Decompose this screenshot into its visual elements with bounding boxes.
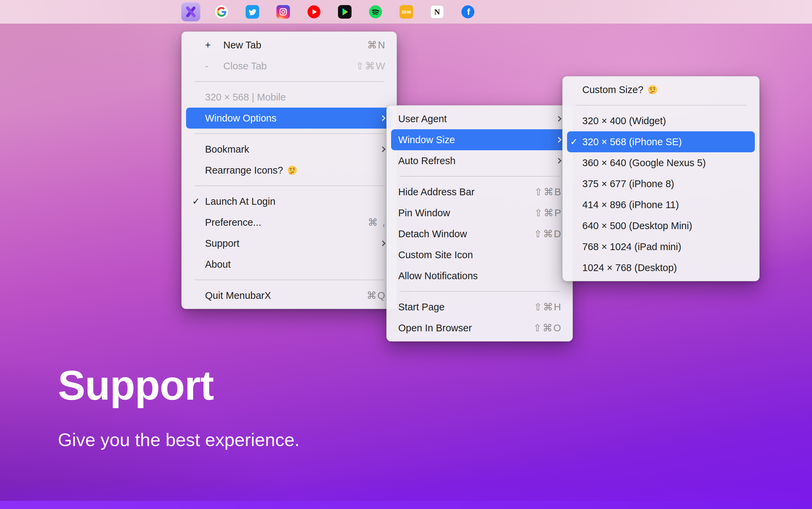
- menu-item-label: 320 × 568 (iPhone SE): [582, 136, 682, 148]
- menubar-app-youtube[interactable]: [304, 2, 323, 21]
- menu-item-label: Window Size: [398, 134, 455, 146]
- close-tab-minus: -: [205, 61, 223, 72]
- menu-item-label: 320 × 400 (Widget): [582, 115, 666, 127]
- menu-item-label: Support: [205, 238, 240, 249]
- shortcut-label: ⇧⌘W: [356, 60, 386, 72]
- menu-item-rearrange-icons[interactable]: Rearrange Icons?: [186, 160, 392, 181]
- menu-item-about[interactable]: About: [186, 254, 392, 275]
- shortcut-label: ⇧⌘H: [534, 301, 562, 313]
- menu-item-size-360x640[interactable]: 360 × 640 (Google Nexus 5): [567, 152, 755, 173]
- menu-item-size-414x896[interactable]: 414 × 896 (iPhone 11): [567, 194, 755, 215]
- menu-item-preference[interactable]: Preference... ⌘ ,: [186, 212, 392, 233]
- menu-item-launch-at-login[interactable]: ✓ Launch At Login: [186, 191, 392, 212]
- menu-item-label: Pin Window: [398, 207, 450, 219]
- shortcut-label: ⇧⌘B: [534, 186, 562, 198]
- menu-item-allow-notifications[interactable]: Allow Notifications: [391, 265, 568, 286]
- submenu-chevron-icon: [556, 158, 562, 164]
- menu-item-custom-site-icon[interactable]: Custom Site Icon: [391, 244, 568, 265]
- menu-item-label: Window Options: [205, 113, 276, 124]
- menu-item-label: 414 × 896 (iPhone 11): [582, 199, 679, 211]
- submenu-chevron-icon: [556, 116, 562, 122]
- menu-item-detach-window[interactable]: Detach Window ⇧⌘D: [391, 223, 568, 244]
- wallpaper-bottom-band: [0, 501, 812, 509]
- menu-item-open-in-browser[interactable]: Open In Browser ⇧⌘O: [391, 317, 568, 338]
- menu-item-quit-menubarx[interactable]: Quit MenubarX ⌘Q: [186, 285, 392, 306]
- menubar-app-menubarx[interactable]: [181, 2, 200, 21]
- shortcut-label: ⇧⌘P: [534, 207, 562, 219]
- submenu-chevron-icon: [380, 147, 386, 152]
- menu-item-label: Bookmark: [205, 144, 249, 155]
- menu-item-label: Start Page: [398, 302, 445, 313]
- checkmark-icon: ✓: [567, 136, 582, 147]
- menu-separator: [195, 185, 384, 186]
- menu-item-new-tab[interactable]: + New Tab ⌘N: [186, 35, 392, 56]
- menu-item-label: User Agent: [398, 113, 447, 125]
- menu-separator: [400, 291, 560, 292]
- menu-item-custom-size[interactable]: Custom Size?: [567, 79, 755, 100]
- menu-item-size-320x568[interactable]: ✓ 320 × 568 (iPhone SE): [567, 131, 755, 152]
- svg-text:2048: 2048: [402, 10, 411, 15]
- menu-item-label: Custom Size?: [582, 84, 644, 95]
- youtube-icon: [307, 5, 321, 19]
- menubar-app-google-play[interactable]: [335, 2, 354, 21]
- menu-item-label: About: [205, 259, 231, 270]
- menu-separator: [195, 81, 384, 82]
- menu-item-label: Detach Window: [398, 228, 467, 240]
- wallpaper-subtitle: Give you the best experience.: [58, 430, 299, 449]
- new-tab-plus: +: [205, 40, 223, 51]
- menu-item-pin-window[interactable]: Pin Window ⇧⌘P: [391, 202, 568, 223]
- menu-item-label: 320 × 568 | Mobile: [205, 92, 286, 103]
- menubar-app-2048[interactable]: 2048: [397, 2, 416, 21]
- window-size-submenu: Custom Size? 320 × 400 (Widget) ✓ 320 × …: [562, 76, 760, 281]
- menu-item-window-size[interactable]: Window Size: [391, 129, 568, 150]
- menubar-app-instagram[interactable]: [274, 2, 293, 21]
- menubarx-icon: [184, 5, 197, 18]
- menu-item-size-375x677[interactable]: 375 × 677 (iPhone 8): [567, 173, 755, 194]
- checkmark-icon: ✓: [186, 196, 205, 207]
- menu-item-label: Auto Refresh: [398, 155, 455, 167]
- menubar-app-facebook[interactable]: f: [458, 2, 477, 21]
- svg-text:N: N: [434, 7, 440, 16]
- menu-item-start-page[interactable]: Start Page ⇧⌘H: [391, 296, 568, 317]
- submenu-chevron-icon: [556, 137, 562, 143]
- menu-item-label: Custom Site Icon: [398, 249, 473, 261]
- menu-item-close-tab[interactable]: - Close Tab ⇧⌘W: [186, 56, 392, 76]
- menubar-app-icons: 2048 N f: [181, 2, 477, 21]
- menu-item-label: 640 × 500 (Desktop Mini): [582, 220, 692, 231]
- menu-item-label: 360 × 640 (Google Nexus 5): [582, 157, 706, 169]
- menu-separator: [195, 133, 384, 134]
- menu-item-current-size: 320 × 568 | Mobile: [186, 87, 392, 108]
- menu-item-label: Close Tab: [223, 61, 267, 72]
- menu-item-label: New Tab: [223, 40, 261, 51]
- menu-item-label: Rearrange Icons?: [205, 165, 283, 176]
- shortcut-label: ⌘N: [367, 39, 386, 51]
- game-2048-icon: 2048: [400, 5, 413, 19]
- menu-item-label: 375 × 677 (iPhone 8): [582, 178, 674, 190]
- menu-item-window-options[interactable]: Window Options: [186, 108, 392, 129]
- window-options-submenu: User Agent Window Size Auto Refresh Hide…: [386, 105, 573, 341]
- menu-item-hide-address-bar[interactable]: Hide Address Bar ⇧⌘B: [391, 181, 568, 202]
- facebook-icon: f: [461, 5, 475, 19]
- menu-item-size-320x400[interactable]: 320 × 400 (Widget): [567, 110, 755, 131]
- thinking-face-emoji-icon: [287, 165, 297, 175]
- menu-item-support[interactable]: Support: [186, 233, 392, 254]
- menu-item-user-agent[interactable]: User Agent: [391, 108, 568, 129]
- menu-item-size-1024x768[interactable]: 1024 × 768 (Desktop): [567, 257, 755, 278]
- menubar-app-spotify[interactable]: [366, 2, 385, 21]
- menu-item-size-640x500[interactable]: 640 × 500 (Desktop Mini): [567, 215, 755, 236]
- menu-item-auto-refresh[interactable]: Auto Refresh: [391, 150, 568, 171]
- menubar-app-google[interactable]: [212, 2, 231, 21]
- google-play-icon: [338, 5, 352, 19]
- notion-icon: N: [430, 5, 444, 19]
- menubar-app-twitter[interactable]: [243, 2, 262, 21]
- menu-item-size-768x1024[interactable]: 768 × 1024 (iPad mini): [567, 236, 755, 257]
- menubar-app-notion[interactable]: N: [428, 2, 447, 21]
- spotify-icon: [369, 5, 382, 19]
- thinking-face-emoji-icon: [648, 85, 658, 95]
- wallpaper-title: Support: [58, 365, 214, 406]
- menu-item-label: Open In Browser: [398, 323, 472, 334]
- menu-separator: [576, 105, 746, 106]
- menu-separator: [195, 280, 384, 280]
- menu-item-label: Preference...: [205, 217, 261, 228]
- menu-item-bookmark[interactable]: Bookmark: [186, 139, 392, 160]
